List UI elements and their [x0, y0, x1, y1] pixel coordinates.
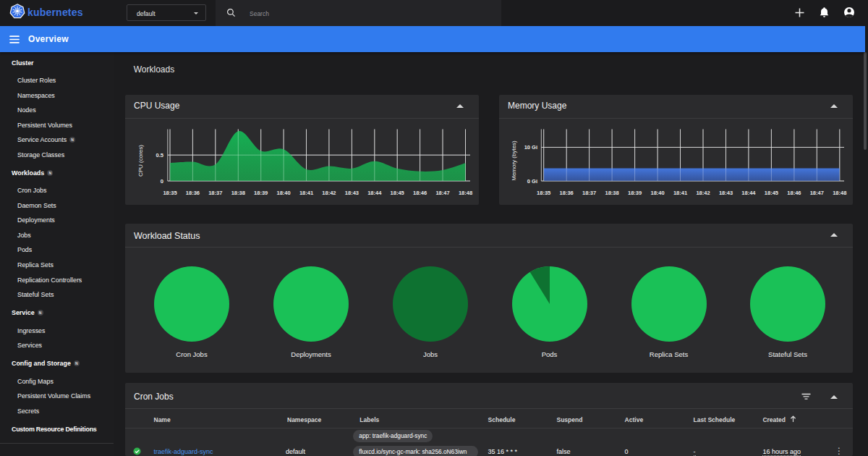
svg-text:18:44: 18:44	[367, 190, 382, 196]
svg-text:18:39: 18:39	[628, 190, 642, 196]
svg-text:18:37: 18:37	[208, 190, 222, 196]
svg-text:18:37: 18:37	[582, 190, 596, 196]
svg-text:18:46: 18:46	[413, 190, 427, 196]
svg-text:0: 0	[161, 178, 163, 185]
svg-text:CPU (cores): CPU (cores)	[137, 145, 144, 177]
svg-text:18:36: 18:36	[560, 190, 574, 196]
svg-text:18:46: 18:46	[787, 190, 801, 196]
svg-text:18:38: 18:38	[605, 190, 619, 196]
svg-text:18:42: 18:42	[322, 190, 336, 196]
svg-text:18:35: 18:35	[537, 190, 550, 196]
svg-text:18:43: 18:43	[719, 190, 733, 196]
svg-text:18:35: 18:35	[163, 190, 176, 196]
svg-text:18:47: 18:47	[435, 190, 449, 196]
svg-text:18:38: 18:38	[231, 190, 245, 196]
svg-text:18:42: 18:42	[696, 190, 710, 196]
svg-text:18:39: 18:39	[254, 190, 268, 196]
svg-text:18:40: 18:40	[277, 190, 291, 196]
svg-text:18:48: 18:48	[459, 190, 472, 196]
svg-text:Memory (bytes): Memory (bytes)	[511, 140, 517, 181]
svg-text:18:40: 18:40	[651, 190, 665, 196]
svg-text:18:41: 18:41	[299, 190, 313, 196]
svg-text:18:41: 18:41	[673, 190, 687, 196]
svg-text:18:36: 18:36	[186, 190, 200, 196]
svg-text:18:43: 18:43	[345, 190, 359, 196]
svg-text:18:45: 18:45	[391, 190, 404, 196]
svg-text:10 Gi: 10 Gi	[524, 144, 537, 151]
svg-text:18:48: 18:48	[833, 190, 846, 196]
svg-text:18:45: 18:45	[765, 190, 778, 196]
svg-text:0.5: 0.5	[156, 152, 163, 159]
svg-text:0 Gi: 0 Gi	[527, 178, 537, 185]
svg-text:18:47: 18:47	[810, 190, 824, 196]
svg-text:18:44: 18:44	[741, 190, 756, 196]
